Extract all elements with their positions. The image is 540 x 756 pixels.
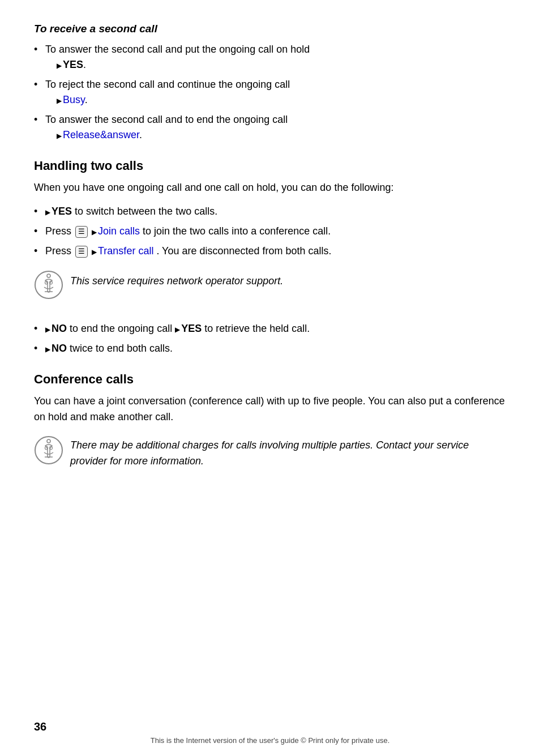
arrow-icon (45, 204, 50, 219)
handling-heading: Handling two calls (34, 159, 506, 173)
keyword-release-answer: Release&answer (63, 129, 139, 140)
note-text-service: This service requires network operator s… (70, 270, 283, 289)
keyword-yes: YES (181, 323, 202, 334)
handling-bullets: YES to switch between the two calls. Pre… (34, 204, 506, 259)
note-box-service: This service requires network operator s… (34, 270, 506, 300)
list-item: Press ☰ Join calls to join the two calls… (34, 224, 506, 239)
arrow-icon (45, 341, 50, 356)
bullet-text: To reject the second call and continue t… (45, 77, 290, 108)
svg-point-0 (35, 271, 62, 298)
arrow-icon (92, 224, 97, 239)
list-item: NO twice to end both calls. (34, 341, 506, 356)
note-icon-svg-2 (34, 435, 63, 465)
arrow-icon (57, 92, 62, 108)
bullet-text: YES to switch between the two calls. (45, 204, 217, 219)
note-box-conference: There may be additional charges for call… (34, 435, 506, 469)
arrow-icon (175, 321, 180, 336)
svg-point-4 (35, 437, 62, 464)
menu-icon: ☰ (75, 226, 88, 238)
bullet-text: Press ☰ Transfer call . You are disconne… (45, 244, 332, 259)
list-item: NO to end the ongoing call YES to retrie… (34, 321, 506, 336)
second-call-section: To receive a second call To answer the s… (34, 23, 506, 143)
arrow-icon (45, 321, 50, 336)
list-item: YES to switch between the two calls. (34, 204, 506, 219)
note-text-conference: There may be additional charges for call… (70, 435, 506, 469)
list-item: Press ☰ Transfer call . You are disconne… (34, 244, 506, 259)
keyword-join-calls: Join calls (98, 225, 140, 237)
page-number: 36 (34, 720, 46, 733)
arrow-icon (57, 57, 62, 72)
keyword-busy: Busy (63, 94, 85, 105)
list-item: To answer the second call and to end the… (34, 112, 506, 143)
second-call-title: To receive a second call (34, 23, 506, 35)
conference-section: Conference calls You can have a joint co… (34, 372, 506, 469)
keyword-no: NO (52, 323, 67, 334)
page-content: To receive a second call To answer the s… (0, 0, 540, 513)
page-footer: This is the Internet version of the user… (0, 736, 540, 745)
keyword-yes: YES (63, 59, 83, 70)
arrow-icon (57, 127, 62, 143)
keyword-transfer-call: Transfer call (98, 245, 153, 257)
svg-point-5 (47, 439, 50, 443)
keyword-yes: YES (52, 206, 72, 217)
svg-point-1 (47, 274, 50, 277)
handling-section: Handling two calls When you have one ong… (34, 159, 506, 356)
arrow-icon (92, 244, 97, 259)
bullet-text: Press ☰ Join calls to join the two calls… (45, 224, 331, 239)
list-item: To answer the second call and put the on… (34, 42, 506, 72)
bullet-text: NO twice to end both calls. (45, 341, 173, 356)
note-icon-svg (34, 270, 63, 300)
keyword-no: NO (52, 343, 67, 354)
conference-heading: Conference calls (34, 372, 506, 387)
conference-intro: You can have a joint conversation (confe… (34, 394, 506, 425)
second-call-bullets: To answer the second call and put the on… (34, 42, 506, 143)
handling-bullets-2: NO to end the ongoing call YES to retrie… (34, 321, 506, 356)
menu-icon: ☰ (75, 246, 88, 258)
list-item: To reject the second call and continue t… (34, 77, 506, 108)
bullet-text: To answer the second call and put the on… (45, 42, 310, 72)
bullet-text: To answer the second call and to end the… (45, 112, 288, 143)
handling-intro: When you have one ongoing call and one c… (34, 180, 506, 196)
bullet-text: NO to end the ongoing call YES to retrie… (45, 321, 310, 336)
